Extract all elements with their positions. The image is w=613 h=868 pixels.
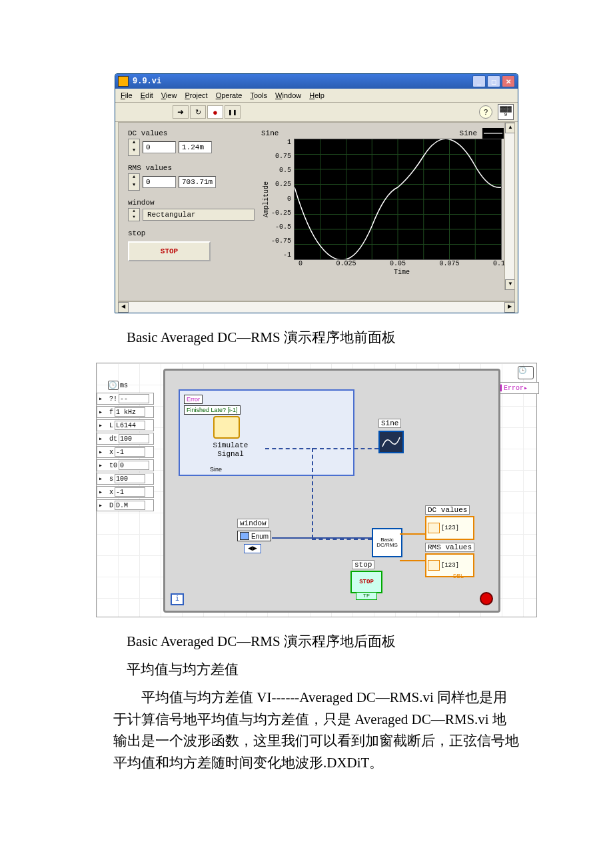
x-tick: 0.05 bbox=[390, 260, 406, 267]
loop-stop-terminal[interactable] bbox=[480, 592, 493, 605]
legend-label: Sine bbox=[460, 129, 477, 137]
stop-group: stop STOP bbox=[128, 229, 255, 261]
term-field[interactable] bbox=[115, 501, 145, 510]
menu-project[interactable]: Project bbox=[185, 91, 207, 99]
bd-term-row[interactable]: ▸s bbox=[97, 473, 154, 485]
y-tick: 1 bbox=[271, 139, 291, 146]
minimize-button[interactable]: _ bbox=[472, 75, 486, 87]
wire bbox=[312, 539, 372, 540]
maximize-button[interactable]: ◻ bbox=[487, 75, 500, 87]
menu-operate[interactable]: Operate bbox=[216, 91, 243, 99]
menu-window[interactable]: Window bbox=[275, 91, 301, 99]
stop-terminal-label: stop bbox=[352, 560, 374, 569]
simulate-signal-label: Simulate Signal bbox=[204, 441, 257, 459]
window-enum-terminal[interactable]: Enum bbox=[237, 531, 271, 541]
shift-register-icon[interactable]: ◀▶ bbox=[244, 544, 261, 553]
term-field[interactable] bbox=[119, 461, 149, 470]
run-button[interactable] bbox=[173, 105, 189, 119]
bd-term-row[interactable]: ▸x bbox=[97, 446, 154, 458]
clock-icon: 🕒 bbox=[108, 381, 119, 390]
wire bbox=[265, 448, 378, 449]
dc-index-field[interactable]: 0 bbox=[143, 141, 176, 153]
waveform-graph-terminal[interactable] bbox=[378, 431, 404, 453]
term-tag: L bbox=[109, 422, 113, 429]
inner-error-tunnel[interactable]: Error bbox=[184, 395, 203, 404]
sine-plot-svg bbox=[295, 139, 501, 259]
scroll-right-icon[interactable]: ▶ bbox=[504, 302, 515, 313]
bd-term-row[interactable]: ▸x bbox=[97, 486, 154, 498]
graph-legend[interactable]: Sine bbox=[457, 128, 506, 139]
rms-index-field[interactable]: 0 bbox=[143, 176, 176, 188]
rms-out-label: RMS values bbox=[425, 543, 474, 552]
stop-node-text: STOP bbox=[359, 579, 374, 585]
scroll-left-icon[interactable]: ◀ bbox=[118, 302, 129, 313]
menu-help[interactable]: Help bbox=[309, 91, 324, 99]
menu-file[interactable]: File bbox=[121, 91, 133, 99]
x-tick: 0.075 bbox=[439, 260, 459, 267]
stop-boolean-terminal[interactable]: STOP bbox=[350, 571, 382, 593]
labview-app-icon bbox=[118, 76, 129, 87]
abort-button[interactable] bbox=[207, 105, 223, 119]
inner-frame[interactable]: Error Finished Late? [i-1] Simulate Sign… bbox=[179, 389, 354, 476]
menubar: File Edit View Project Operate Tools Win… bbox=[115, 89, 518, 103]
term-tag: s bbox=[109, 475, 113, 483]
y-tick: 0.5 bbox=[271, 167, 291, 174]
window-title: 9.9.vi bbox=[133, 77, 472, 86]
dc-out-terminal[interactable]: [123] bbox=[425, 516, 474, 540]
sine-terminal-label: Sine bbox=[378, 419, 401, 428]
term-field[interactable] bbox=[119, 434, 149, 443]
y-axis-ticks: 1 0.75 0.5 0.25 0 -0.25 -0.5 -0.75 -1 bbox=[271, 139, 294, 259]
rms-index-spinner[interactable]: ▲▼ bbox=[128, 173, 140, 191]
term-field[interactable] bbox=[115, 407, 145, 417]
context-help-icon[interactable]: ? bbox=[479, 105, 492, 119]
term-field[interactable] bbox=[115, 474, 145, 483]
vertical-scrollbar[interactable]: ▲ ▼ bbox=[504, 123, 514, 290]
scroll-down-icon[interactable]: ▼ bbox=[505, 279, 515, 290]
bd-term-row[interactable]: ▸?! bbox=[97, 393, 154, 405]
vi-icon-badge[interactable]: ▓▓▓ 9 bbox=[498, 104, 514, 120]
loop-iteration-terminal[interactable]: i bbox=[171, 593, 184, 605]
x-axis-label: Time bbox=[299, 269, 505, 276]
term-field[interactable] bbox=[115, 487, 145, 497]
term-field[interactable] bbox=[119, 394, 149, 403]
clock-unit-label: ms bbox=[120, 382, 128, 389]
pause-button[interactable] bbox=[225, 105, 241, 119]
term-field[interactable] bbox=[115, 421, 145, 430]
horizontal-scrollbar[interactable]: ◀ ▶ bbox=[118, 301, 515, 313]
rms-out-terminal[interactable]: [123] bbox=[425, 553, 474, 577]
bd-term-row[interactable]: ▸D bbox=[97, 499, 154, 511]
run-continuous-button[interactable] bbox=[190, 105, 206, 119]
bd-term-row[interactable]: ▸f bbox=[97, 406, 154, 418]
timed-loop-structure[interactable]: Error Finished Late? [i-1] Simulate Sign… bbox=[163, 369, 500, 613]
bd-clock-terminal[interactable]: 🕒 ms bbox=[107, 379, 154, 391]
stop-button[interactable]: STOP bbox=[128, 241, 211, 261]
graph-title: Sine bbox=[261, 129, 279, 137]
titlebar[interactable]: 9.9.vi _ ◻ ✕ bbox=[115, 74, 518, 89]
y-tick: -1 bbox=[271, 251, 291, 259]
dc-index-spinner[interactable]: ▲▼ bbox=[128, 139, 140, 156]
wire bbox=[272, 537, 372, 539]
term-field[interactable] bbox=[115, 447, 145, 457]
bd-term-row[interactable]: ▸dt bbox=[97, 433, 154, 445]
wire bbox=[400, 533, 425, 535]
inner-finished-late-tunnel[interactable]: Finished Late? [i-1] bbox=[184, 405, 241, 415]
simulate-signal-icon[interactable] bbox=[213, 416, 240, 439]
bd-error-out-terminal[interactable]: ▌Error▸ bbox=[498, 382, 539, 394]
window-spinner[interactable]: ▲▼ bbox=[128, 208, 140, 221]
term-tag: x bbox=[109, 449, 113, 456]
menu-view[interactable]: View bbox=[161, 91, 177, 99]
window-dropdown[interactable]: Rectangular bbox=[143, 209, 255, 221]
plot-area[interactable] bbox=[294, 139, 502, 260]
scroll-up-icon[interactable]: ▲ bbox=[505, 123, 515, 133]
caption-block-diagram: Basic Averaged DC—RMS 演示程序地后面板 bbox=[127, 632, 546, 651]
bd-term-row[interactable]: ▸t0 bbox=[97, 459, 154, 471]
menu-edit[interactable]: Edit bbox=[141, 91, 153, 99]
bd-right-clock-icon[interactable]: 🕒 bbox=[518, 366, 534, 379]
rms-value-field: 703.71m bbox=[179, 176, 216, 188]
labview-front-panel-window: 9.9.vi _ ◻ ✕ File Edit View Project Oper… bbox=[115, 73, 518, 313]
close-button[interactable]: ✕ bbox=[502, 75, 515, 87]
basic-dcrms-node[interactable]: Basic DC/RMS bbox=[372, 528, 402, 557]
bd-term-row[interactable]: ▸L bbox=[97, 419, 154, 431]
menu-tools[interactable]: Tools bbox=[250, 91, 267, 99]
bd-left-terminal-column: 🕒 ms ▸?! ▸f ▸L ▸dt ▸x ▸t0 ▸s ▸x ▸D bbox=[97, 379, 154, 511]
